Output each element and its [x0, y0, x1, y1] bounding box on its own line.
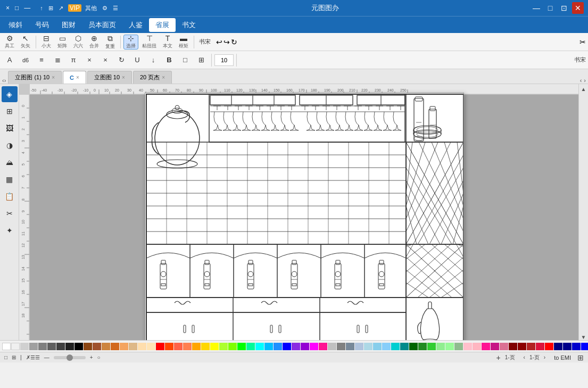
- side-image[interactable]: 🖼: [2, 120, 18, 136]
- tb2-pi[interactable]: π: [66, 53, 81, 68]
- tab-1[interactable]: 立图图 (1) 10 ×: [8, 71, 62, 84]
- color-tomato[interactable]: [174, 343, 183, 350]
- color-chartreuse[interactable]: [228, 343, 237, 350]
- color-darkseagreen[interactable]: [454, 343, 463, 350]
- menu-jingti[interactable]: 倾斜: [2, 18, 29, 32]
- color-a0[interactable]: [29, 343, 38, 350]
- side-star[interactable]: ✦: [2, 222, 18, 238]
- tb2-list2[interactable]: ≣: [50, 53, 65, 68]
- page-nav-left[interactable]: ‹: [524, 354, 525, 360]
- side-cut[interactable]: ✂: [2, 205, 18, 221]
- tab-2-close[interactable]: ×: [122, 75, 125, 80]
- right-arrow-up[interactable]: ▲: [581, 86, 586, 92]
- color-blueviolet[interactable]: [292, 343, 300, 350]
- zoom-plus[interactable]: +: [90, 354, 93, 360]
- color-40[interactable]: [56, 343, 65, 350]
- color-coral[interactable]: [183, 343, 192, 350]
- tool-matrix[interactable]: ▭ 矩阵: [55, 35, 70, 49]
- canvas-area[interactable]: -50 -40 -30 -20 -10 0 10 20 30 40 50 60 …: [19, 84, 578, 340]
- side-layer[interactable]: ◑: [2, 137, 18, 153]
- color-tan1[interactable]: [102, 343, 110, 350]
- color-tan3[interactable]: [120, 343, 128, 350]
- restore-btn[interactable]: —: [22, 4, 32, 12]
- menu-haoma[interactable]: 号码: [29, 18, 55, 32]
- color-pink[interactable]: [463, 343, 472, 350]
- color-magenta[interactable]: [310, 343, 318, 350]
- color-palevioletred[interactable]: [500, 343, 508, 350]
- color-black[interactable]: [74, 343, 83, 350]
- close-btn[interactable]: ×: [4, 4, 11, 12]
- color-steelblue[interactable]: [355, 343, 363, 350]
- color-palegreen[interactable]: [445, 343, 454, 350]
- color-yellow[interactable]: [210, 343, 219, 350]
- color-forestgreen[interactable]: [418, 343, 427, 350]
- win-max[interactable]: ⊡: [558, 2, 570, 14]
- minimize-btn[interactable]: □: [13, 4, 20, 12]
- color-red2[interactable]: [545, 343, 553, 350]
- tool-small[interactable]: ⊟ 小大: [39, 35, 54, 49]
- color-greenyellow[interactable]: [219, 343, 228, 350]
- tab-1-close[interactable]: ×: [52, 75, 55, 80]
- color-darkgreen[interactable]: [409, 343, 418, 350]
- color-navy[interactable]: [554, 343, 562, 350]
- color-darkred[interactable]: [518, 343, 526, 350]
- color-60[interactable]: [47, 343, 56, 350]
- color-wheat[interactable]: [129, 343, 137, 350]
- status-box[interactable]: □: [4, 354, 7, 360]
- color-deeppink[interactable]: [482, 343, 490, 350]
- color-teal[interactable]: [400, 343, 409, 350]
- tb2-box[interactable]: □: [178, 53, 193, 68]
- menu-renjian[interactable]: 人鉴: [122, 18, 149, 32]
- tool-text[interactable]: T 本文: [160, 35, 175, 49]
- tb2-underline[interactable]: U: [130, 53, 145, 68]
- tb2-A[interactable]: A: [2, 53, 17, 68]
- font-size-input[interactable]: [214, 54, 234, 66]
- side-board[interactable]: 📋: [2, 188, 18, 204]
- color-red[interactable]: [156, 343, 164, 350]
- color-limegreen[interactable]: [427, 343, 436, 350]
- tab-nav-right1[interactable]: ‹: [580, 77, 582, 84]
- color-medblue[interactable]: [572, 343, 581, 350]
- color-silver[interactable]: [328, 343, 336, 350]
- tb2-x1[interactable]: ×: [82, 53, 97, 68]
- page-nav-right[interactable]: ›: [544, 354, 545, 360]
- color-brown1[interactable]: [84, 343, 92, 350]
- color-medvioletred[interactable]: [491, 343, 499, 350]
- color-brown2[interactable]: [93, 343, 101, 350]
- tab-nav-right2[interactable]: ›: [584, 77, 586, 84]
- extra-icon[interactable]: ↻: [231, 38, 237, 46]
- color-blue[interactable]: [283, 343, 291, 350]
- tb2-d6[interactable]: d6: [18, 53, 33, 68]
- canvas-background[interactable]: [30, 95, 578, 340]
- tb2-cycle[interactable]: ↻: [114, 53, 129, 68]
- win-restore[interactable]: □: [544, 2, 556, 14]
- right-arrow-down[interactable]: ▼: [581, 334, 586, 340]
- tool-repeat[interactable]: ⧉ 复重: [103, 35, 118, 49]
- tab-active[interactable]: C ×: [63, 71, 86, 84]
- tab-3-close[interactable]: ×: [162, 75, 165, 80]
- tb2-grid[interactable]: ⊞: [194, 53, 209, 68]
- color-skyblue[interactable]: [373, 343, 382, 350]
- zoom-minus[interactable]: —: [44, 354, 49, 360]
- tool-adjoin[interactable]: ⊤ 粘扭扭: [139, 35, 159, 49]
- tab-3[interactable]: 20 页杰 ×: [133, 71, 172, 84]
- tb2-bold[interactable]: B: [162, 53, 177, 68]
- color-lightblue[interactable]: [364, 343, 372, 350]
- tab-nav-left[interactable]: ‹ ›: [2, 77, 6, 84]
- tool-select-active[interactable]: ⊹ 选择: [123, 35, 138, 49]
- color-darkturq[interactable]: [391, 343, 400, 350]
- win-close-icon[interactable]: ✕: [572, 2, 584, 14]
- side-table[interactable]: ▦: [2, 171, 18, 187]
- menu-shuwen[interactable]: 书文: [176, 18, 202, 32]
- tb2-down[interactable]: ↓: [146, 53, 161, 68]
- side-shape[interactable]: ⛰: [2, 154, 18, 170]
- menu-shengzhan[interactable]: 省展: [149, 18, 176, 32]
- tool-jvgong[interactable]: ⚙ 具工: [2, 35, 17, 49]
- tool-arrow[interactable]: ↖ 矢矢: [18, 35, 33, 49]
- color-slategray[interactable]: [346, 343, 354, 350]
- zoom-circle[interactable]: ○: [97, 354, 101, 360]
- color-lime[interactable]: [237, 343, 246, 350]
- color-orange[interactable]: [192, 343, 201, 350]
- color-dodgerblue[interactable]: [274, 343, 282, 350]
- menu-tucai[interactable]: 图财: [55, 18, 82, 32]
